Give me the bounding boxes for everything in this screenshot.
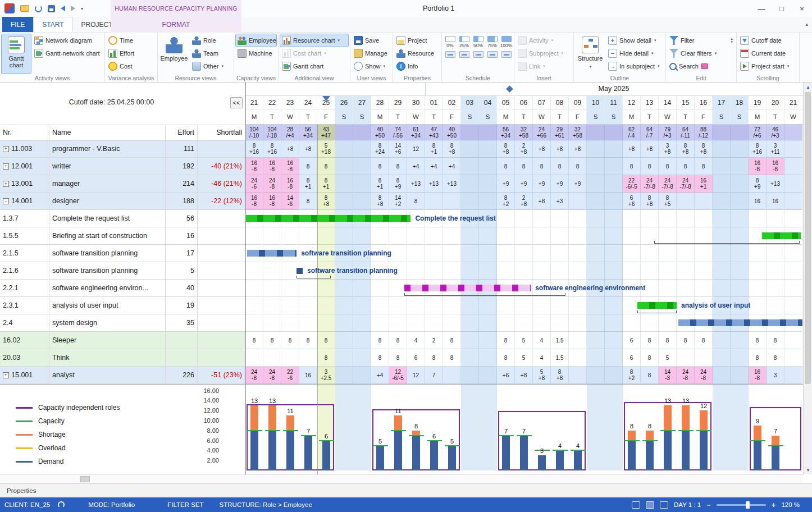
schedule-25-button[interactable]: 25% [458, 35, 471, 49]
table-row[interactable]: 16.02Sleeper [0, 332, 245, 349]
table-row[interactable]: +12.001writter192-40 (21%) [0, 158, 245, 175]
scroll-down-icon[interactable]: ▼ [804, 465, 812, 474]
employee-button[interactable]: Employee [159, 34, 189, 74]
cost-chart-button[interactable]: Cost chart▾ [280, 47, 348, 60]
gantt-bar[interactable] [637, 302, 677, 309]
sched-4-button[interactable] [486, 51, 499, 58]
manage-button[interactable]: Manage [352, 47, 391, 60]
gantt-bar[interactable] [245, 215, 410, 222]
cost-button[interactable]: Cost [107, 60, 156, 72]
other-button[interactable]: Other▾ [190, 60, 232, 72]
column-header-name[interactable]: Name [49, 125, 166, 140]
network-diagram-button[interactable]: Network diagram [33, 34, 103, 47]
table-row[interactable]: 20.03Think [0, 349, 245, 367]
resource-chart-button[interactable]: Resource chart▾ [280, 34, 348, 47]
expand-toggle[interactable]: + [3, 163, 9, 170]
sched-5-button[interactable] [500, 51, 513, 58]
structure-button[interactable]: Structure▾ [576, 34, 605, 74]
gantt-bar[interactable] [296, 268, 303, 274]
open-icon[interactable] [20, 5, 29, 12]
tab-format[interactable]: FORMAT [154, 17, 198, 33]
table-row[interactable]: 2.4system design35 [0, 314, 245, 332]
column-header-effort[interactable]: Effort [166, 125, 198, 140]
gantt-chart-button[interactable]: Gantt chart [2, 34, 31, 74]
tab-start[interactable]: START [33, 17, 72, 32]
expand-toggle[interactable]: + [3, 181, 9, 187]
horizontal-scroll-thumb[interactable] [80, 476, 90, 482]
tab-file[interactable]: FILE [2, 17, 33, 32]
employee-button[interactable]: Employee [236, 34, 276, 47]
machine-button[interactable]: Machine [236, 47, 276, 60]
current-date-button[interactable]: Current date [738, 47, 797, 60]
close-button[interactable]: × [792, 0, 812, 17]
effort-button[interactable]: Effort [107, 47, 156, 60]
team-button[interactable]: Team [190, 47, 232, 60]
gantt-network-chart-button[interactable]: Gantt-network chart [33, 47, 103, 60]
project-button[interactable]: Project [395, 34, 440, 47]
table-row[interactable]: 2.3.1analysis of user input19 [0, 297, 245, 314]
table-row[interactable]: 1.5.5Briefing at start of construction16 [0, 227, 245, 245]
zoom-slider-thumb[interactable] [746, 501, 750, 509]
save-button[interactable]: Save [352, 34, 391, 47]
sched-1-button[interactable] [444, 51, 457, 58]
table-row[interactable]: 1.3.7Complete the request list56 [0, 210, 245, 227]
show-detail-button[interactable]: Show detail▾ [606, 34, 664, 47]
vertical-scroll-thumb[interactable] [805, 92, 811, 384]
activity-button[interactable]: Activity▾ [516, 34, 572, 47]
refresh-icon[interactable] [35, 5, 42, 12]
link-button[interactable]: Link▾ [516, 60, 572, 72]
scroll-up-icon[interactable]: ▲ [804, 83, 812, 92]
redo-icon[interactable] [71, 6, 75, 11]
column-header-nr[interactable]: Nr. [0, 125, 49, 140]
sync-icon[interactable] [58, 501, 65, 508]
gantt-bar[interactable] [678, 319, 802, 326]
horizontal-scrollbar[interactable] [0, 474, 803, 483]
table-row[interactable]: +15.001analyst226-51 (23%) [0, 367, 245, 384]
schedule-75-button[interactable]: 75% [486, 35, 499, 49]
view-mode-1-icon[interactable] [632, 501, 640, 509]
view-mode-3-icon[interactable] [660, 501, 668, 509]
sched-2-button[interactable] [458, 51, 471, 58]
schedule-100-button[interactable]: 100% [500, 35, 513, 49]
vertical-scrollbar[interactable]: ▲ ▼ [803, 83, 812, 474]
search-button[interactable]: Search [668, 60, 735, 72]
filter-button[interactable]: Filter▴▾ [668, 34, 735, 47]
table-row[interactable]: 2.1.5software transition planning17 [0, 245, 245, 262]
project-start-button[interactable]: Project start▾ [738, 60, 797, 72]
ribbon-collapse-button[interactable]: ▴ [805, 21, 808, 27]
gantt-bar[interactable] [404, 285, 531, 291]
table-row[interactable]: 2.2.1software engineering environ...40 [0, 280, 245, 297]
table-row[interactable]: 2.1.6software transition planning5 [0, 262, 245, 280]
save-icon[interactable] [48, 5, 55, 12]
in-subproject-button[interactable]: In subproject▾ [606, 60, 664, 72]
table-row[interactable]: -14.001designer188-22 (12%) [0, 193, 245, 210]
status-filter-set[interactable]: FILTER SET [167, 501, 203, 508]
properties-tab[interactable]: Properties [0, 484, 812, 497]
schedule-0-button[interactable]: 0% [444, 35, 457, 49]
expand-toggle[interactable]: - [3, 198, 9, 204]
minimize-button[interactable]: — [751, 0, 772, 17]
undo-icon[interactable] [61, 6, 65, 11]
sched-3-button[interactable] [472, 51, 485, 58]
zoom-slider[interactable] [717, 504, 766, 506]
collapse-panel-button[interactable]: << [230, 97, 243, 108]
show-button[interactable]: Show▾ [352, 60, 391, 72]
hide-detail-button[interactable]: Hide detail▾ [606, 47, 664, 60]
table-row[interactable]: +13.001manager214-46 (21%) [0, 175, 245, 193]
column-header-shortfall[interactable]: Shortfall [198, 125, 245, 140]
gantt-bar[interactable] [247, 250, 296, 257]
zoom-out-button[interactable]: − [706, 501, 711, 509]
clear-filters-button[interactable]: Clear filters▾ [668, 47, 735, 60]
gantt-chart-button[interactable]: Gantt chart [280, 60, 348, 72]
qat-customize-caret-icon[interactable]: ▾ [81, 6, 83, 11]
pane-divider[interactable] [245, 83, 246, 474]
resource-button[interactable]: Resource [395, 47, 440, 60]
expand-toggle[interactable]: + [3, 146, 9, 152]
zoom-in-button[interactable]: + [772, 501, 776, 509]
time-button[interactable]: Time [107, 34, 156, 47]
subproject-button[interactable]: Subproject▾ [516, 47, 572, 60]
expand-toggle[interactable]: + [3, 372, 9, 378]
role-button[interactable]: Role [190, 34, 232, 47]
maximize-button[interactable]: □ [772, 0, 792, 17]
schedule-50-button[interactable]: 50% [472, 35, 485, 49]
